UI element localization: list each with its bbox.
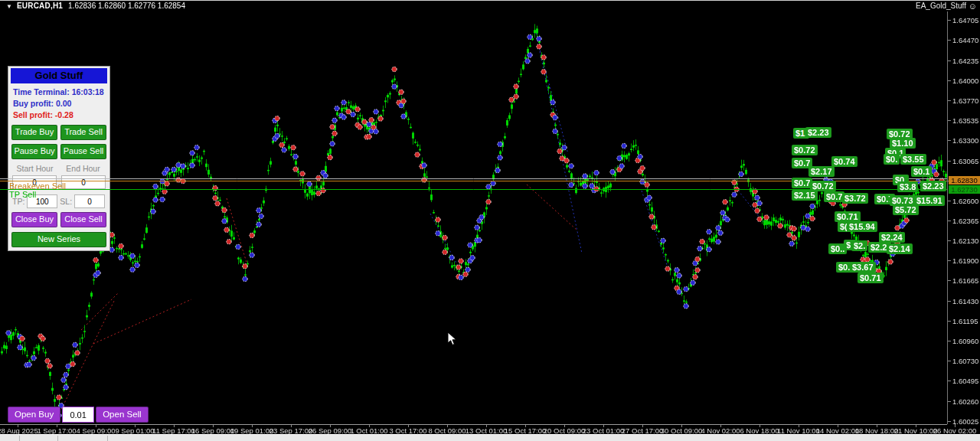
price-tick-label: 1.60960 [952, 337, 978, 345]
smiley-icon: ☺ [969, 1, 977, 11]
profit-badge: $1.10 [890, 138, 916, 149]
lot-size-input[interactable] [62, 407, 94, 423]
sell-profit-label: Sell profit: -0.28 [11, 109, 107, 121]
chevron-down-icon[interactable]: ▼ [6, 2, 12, 12]
hline-label[interactable]: Breakeven Sell [9, 181, 66, 191]
price-tick-label: 1.63535 [952, 116, 978, 125]
price-tick-label: 1.61195 [952, 317, 978, 325]
profit-badge: $3.67 [850, 262, 876, 273]
mouse-cursor [447, 332, 458, 347]
price-line-badge: 1.62830 [949, 176, 980, 185]
price-tick-label: 1.64000 [952, 77, 978, 85]
profit-badge: $3.55 [900, 154, 926, 165]
price-tick-label: 1.62130 [952, 237, 978, 245]
pause-sell-button[interactable]: Pause Sell [60, 144, 106, 159]
price-tick-label: 1.61665 [952, 276, 978, 285]
profit-badge: $15.94 [847, 221, 877, 232]
time-axis[interactable]: 28 Aug 20251 Sep 17:004 Sep 09:009 Sep 0… [0, 424, 947, 435]
end-hour-input[interactable] [61, 175, 106, 189]
price-tick-label: 1.60025 [952, 417, 978, 426]
profit-badge: $0.74 [831, 156, 858, 167]
price-tick-label: 1.64705 [952, 16, 978, 24]
profit-badge: $0.71 [858, 273, 884, 283]
close-sell-button[interactable]: Close Sell [60, 212, 106, 227]
price-tick-label: 1.62600 [952, 197, 978, 205]
start-hour-label: Start Hour [11, 164, 59, 173]
profit-badge: $0.72 [792, 145, 818, 155]
price-tick-label: 1.64235 [952, 57, 978, 65]
price-axis[interactable]: 1.647051.644701.642351.640001.637701.635… [947, 11, 980, 424]
ea-name-label: EA_Gold_Stuff [916, 1, 966, 11]
profit-badge: $3.8 [897, 181, 918, 192]
panel-title: Gold Stuff [11, 68, 107, 83]
hline-label[interactable]: TP Sell [9, 190, 36, 199]
sl-label: SL: [60, 197, 72, 206]
window-bottom-strip [0, 434, 980, 441]
profit-badge: $2.17 [808, 166, 835, 177]
chart-title-bar: ▼EURCAD,H11.62836 1.62860 1.62776 1.6285… [0, 1, 980, 11]
price-tick-label: 1.63300 [952, 136, 978, 145]
profit-badge: $3.72 [842, 193, 868, 204]
open-sell-button[interactable]: Open Sell [96, 407, 149, 423]
price-tick-label: 1.61430 [952, 297, 978, 305]
candlestick-chart-canvas[interactable] [0, 1, 980, 441]
price-line-badge: 1.62730 [949, 185, 980, 194]
price-tick-label: 1.60495 [952, 377, 978, 385]
open-buy-button[interactable]: Open Buy [8, 407, 60, 423]
trade-sell-button[interactable]: Trade Sell [60, 125, 106, 140]
new-series-button[interactable]: New Series [11, 232, 106, 247]
profit-badge: $0.. [828, 243, 847, 254]
mt4-chart-window: ▼EURCAD,H11.62836 1.62860 1.62776 1.6285… [0, 0, 980, 441]
price-tick-label: 1.60260 [952, 397, 978, 406]
profit-badge: $2.23 [805, 127, 831, 138]
symbol-period-label: EURCAD,H1 [17, 2, 63, 10]
price-tick-label: 1.60730 [952, 357, 978, 365]
profit-badge: $5.72 [893, 204, 919, 215]
price-tick-label: 1.63770 [952, 96, 978, 105]
price-tick-label: 1.64470 [952, 36, 978, 44]
price-tick-label: 1.63065 [952, 157, 978, 165]
price-tick-label: 1.62365 [952, 217, 978, 225]
profit-badge: $2.14 [887, 243, 913, 254]
trade-buy-button[interactable]: Trade Buy [11, 125, 57, 140]
profit-badge: $15.91 [914, 195, 945, 206]
profit-badge: $0.71 [835, 211, 861, 222]
profit-badge: $0. [884, 154, 900, 165]
price-tick-label: 1.61900 [952, 256, 978, 265]
ohlc-readout: 1.62836 1.62860 1.62776 1.62854 [68, 2, 185, 10]
end-hour-label: End Hour [59, 164, 107, 173]
profit-badge: $2.15 [792, 190, 818, 201]
profit-badge: $0.1 [911, 166, 932, 177]
gold-stuff-panel: Gold Stuff Time Terminal: 16:03:18 Buy p… [8, 66, 110, 251]
time-terminal-label: Time Terminal: 16:03:18 [11, 87, 107, 98]
profit-badge: $2.24 [879, 232, 905, 243]
order-controls: Open Buy Open Sell [8, 407, 149, 423]
profit-badge: $2.23 [920, 181, 946, 191]
profit-badge: $2. [851, 240, 867, 251]
buy-profit-label: Buy profit: 0.00 [11, 98, 107, 109]
sl-input[interactable] [74, 194, 105, 208]
pause-buy-button[interactable]: Pause Buy [11, 144, 57, 159]
close-buy-button[interactable]: Close Buy [11, 212, 57, 227]
